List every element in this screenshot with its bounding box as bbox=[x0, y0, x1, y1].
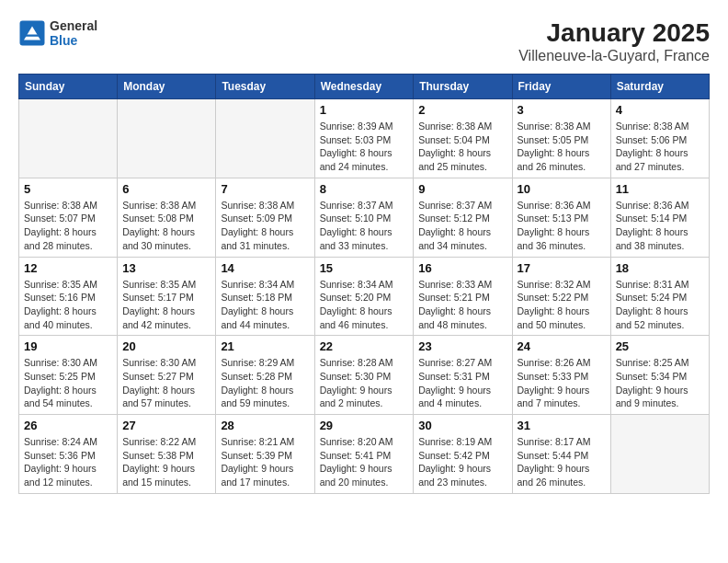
calendar-title: January 2025 bbox=[518, 18, 710, 48]
day-info: Sunrise: 8:37 AM Sunset: 5:12 PM Dayligh… bbox=[418, 199, 506, 253]
day-cell bbox=[118, 99, 216, 178]
day-cell: 22Sunrise: 8:28 AM Sunset: 5:30 PM Dayli… bbox=[314, 336, 414, 415]
day-cell: 2Sunrise: 8:38 AM Sunset: 5:04 PM Daylig… bbox=[414, 99, 512, 178]
day-info: Sunrise: 8:22 AM Sunset: 5:38 PM Dayligh… bbox=[122, 435, 210, 489]
calendar-header-row: SundayMondayTuesdayWednesdayThursdayFrid… bbox=[19, 75, 710, 99]
day-cell: 10Sunrise: 8:36 AM Sunset: 5:13 PM Dayli… bbox=[512, 178, 610, 257]
logo-general: General bbox=[50, 18, 97, 33]
day-cell: 25Sunrise: 8:25 AM Sunset: 5:34 PM Dayli… bbox=[610, 336, 709, 415]
day-number: 13 bbox=[122, 261, 210, 275]
day-number: 22 bbox=[320, 339, 409, 353]
calendar-table: SundayMondayTuesdayWednesdayThursdayFrid… bbox=[18, 74, 710, 494]
day-info: Sunrise: 8:37 AM Sunset: 5:10 PM Dayligh… bbox=[320, 199, 409, 253]
day-info: Sunrise: 8:29 AM Sunset: 5:28 PM Dayligh… bbox=[221, 356, 309, 410]
day-number: 3 bbox=[518, 103, 606, 117]
day-number: 10 bbox=[518, 182, 606, 196]
day-info: Sunrise: 8:38 AM Sunset: 5:08 PM Dayligh… bbox=[122, 199, 210, 253]
day-number: 28 bbox=[221, 419, 309, 432]
day-cell: 5Sunrise: 8:38 AM Sunset: 5:07 PM Daylig… bbox=[19, 178, 118, 257]
header-friday: Friday bbox=[512, 75, 610, 99]
header-wednesday: Wednesday bbox=[314, 75, 414, 99]
day-number: 7 bbox=[221, 182, 309, 196]
day-number: 29 bbox=[320, 419, 409, 432]
day-number: 4 bbox=[616, 103, 704, 117]
calendar-subtitle: Villeneuve-la-Guyard, France bbox=[518, 48, 710, 64]
day-cell bbox=[610, 415, 709, 494]
logo: General Blue bbox=[18, 18, 97, 48]
day-number: 18 bbox=[616, 261, 704, 275]
day-cell: 28Sunrise: 8:21 AM Sunset: 5:39 PM Dayli… bbox=[216, 415, 314, 494]
day-cell: 21Sunrise: 8:29 AM Sunset: 5:28 PM Dayli… bbox=[216, 336, 314, 415]
day-info: Sunrise: 8:28 AM Sunset: 5:30 PM Dayligh… bbox=[320, 356, 409, 410]
day-info: Sunrise: 8:17 AM Sunset: 5:44 PM Dayligh… bbox=[518, 435, 606, 489]
day-cell: 6Sunrise: 8:38 AM Sunset: 5:08 PM Daylig… bbox=[118, 178, 216, 257]
day-info: Sunrise: 8:32 AM Sunset: 5:22 PM Dayligh… bbox=[518, 278, 606, 332]
day-info: Sunrise: 8:38 AM Sunset: 5:06 PM Dayligh… bbox=[616, 120, 704, 174]
day-info: Sunrise: 8:31 AM Sunset: 5:24 PM Dayligh… bbox=[616, 278, 704, 332]
day-cell: 24Sunrise: 8:26 AM Sunset: 5:33 PM Dayli… bbox=[512, 336, 610, 415]
header-saturday: Saturday bbox=[610, 75, 709, 99]
day-cell: 4Sunrise: 8:38 AM Sunset: 5:06 PM Daylig… bbox=[610, 99, 709, 178]
day-number: 5 bbox=[24, 182, 112, 196]
day-cell: 16Sunrise: 8:33 AM Sunset: 5:21 PM Dayli… bbox=[414, 257, 512, 336]
day-cell: 20Sunrise: 8:30 AM Sunset: 5:27 PM Dayli… bbox=[118, 336, 216, 415]
day-number: 8 bbox=[320, 182, 409, 196]
day-number: 23 bbox=[418, 339, 506, 353]
day-cell: 30Sunrise: 8:19 AM Sunset: 5:42 PM Dayli… bbox=[414, 415, 512, 494]
day-number: 30 bbox=[418, 419, 506, 432]
header-thursday: Thursday bbox=[414, 75, 512, 99]
day-info: Sunrise: 8:27 AM Sunset: 5:31 PM Dayligh… bbox=[418, 356, 506, 410]
day-info: Sunrise: 8:34 AM Sunset: 5:20 PM Dayligh… bbox=[320, 278, 409, 332]
day-number: 15 bbox=[320, 261, 409, 275]
title-block: January 2025 Villeneuve-la-Guyard, Franc… bbox=[518, 18, 710, 64]
week-row-5: 26Sunrise: 8:24 AM Sunset: 5:36 PM Dayli… bbox=[19, 415, 710, 494]
day-number: 27 bbox=[122, 419, 210, 432]
week-row-3: 12Sunrise: 8:35 AM Sunset: 5:16 PM Dayli… bbox=[19, 257, 710, 336]
day-info: Sunrise: 8:38 AM Sunset: 5:04 PM Dayligh… bbox=[418, 120, 506, 174]
day-number: 9 bbox=[418, 182, 506, 196]
day-info: Sunrise: 8:25 AM Sunset: 5:34 PM Dayligh… bbox=[616, 356, 704, 410]
day-number: 1 bbox=[320, 103, 409, 117]
day-cell: 1Sunrise: 8:39 AM Sunset: 5:03 PM Daylig… bbox=[314, 99, 414, 178]
week-row-1: 1Sunrise: 8:39 AM Sunset: 5:03 PM Daylig… bbox=[19, 99, 710, 178]
day-info: Sunrise: 8:36 AM Sunset: 5:14 PM Dayligh… bbox=[616, 199, 704, 253]
day-info: Sunrise: 8:38 AM Sunset: 5:09 PM Dayligh… bbox=[221, 199, 309, 253]
day-cell: 17Sunrise: 8:32 AM Sunset: 5:22 PM Dayli… bbox=[512, 257, 610, 336]
day-info: Sunrise: 8:36 AM Sunset: 5:13 PM Dayligh… bbox=[518, 199, 606, 253]
day-number: 16 bbox=[418, 261, 506, 275]
day-info: Sunrise: 8:24 AM Sunset: 5:36 PM Dayligh… bbox=[24, 435, 112, 489]
day-cell bbox=[216, 99, 314, 178]
header-sunday: Sunday bbox=[19, 75, 118, 99]
day-cell: 8Sunrise: 8:37 AM Sunset: 5:10 PM Daylig… bbox=[314, 178, 414, 257]
day-number: 31 bbox=[518, 419, 606, 432]
day-cell: 12Sunrise: 8:35 AM Sunset: 5:16 PM Dayli… bbox=[19, 257, 118, 336]
page-header: General Blue January 2025 Villeneuve-la-… bbox=[18, 18, 710, 64]
header-tuesday: Tuesday bbox=[216, 75, 314, 99]
day-info: Sunrise: 8:39 AM Sunset: 5:03 PM Dayligh… bbox=[320, 120, 409, 174]
day-number: 24 bbox=[518, 339, 606, 353]
day-cell: 11Sunrise: 8:36 AM Sunset: 5:14 PM Dayli… bbox=[610, 178, 709, 257]
day-number: 19 bbox=[24, 339, 112, 353]
day-number: 26 bbox=[24, 419, 112, 432]
day-info: Sunrise: 8:30 AM Sunset: 5:27 PM Dayligh… bbox=[122, 356, 210, 410]
day-cell: 18Sunrise: 8:31 AM Sunset: 5:24 PM Dayli… bbox=[610, 257, 709, 336]
day-number: 25 bbox=[616, 339, 704, 353]
day-cell: 26Sunrise: 8:24 AM Sunset: 5:36 PM Dayli… bbox=[19, 415, 118, 494]
day-info: Sunrise: 8:35 AM Sunset: 5:17 PM Dayligh… bbox=[122, 278, 210, 332]
svg-rect-2 bbox=[24, 35, 40, 37]
day-info: Sunrise: 8:35 AM Sunset: 5:16 PM Dayligh… bbox=[24, 278, 112, 332]
day-number: 12 bbox=[24, 261, 112, 275]
day-number: 11 bbox=[616, 182, 704, 196]
day-info: Sunrise: 8:19 AM Sunset: 5:42 PM Dayligh… bbox=[418, 435, 506, 489]
day-info: Sunrise: 8:26 AM Sunset: 5:33 PM Dayligh… bbox=[518, 356, 606, 410]
day-cell: 7Sunrise: 8:38 AM Sunset: 5:09 PM Daylig… bbox=[216, 178, 314, 257]
day-cell: 27Sunrise: 8:22 AM Sunset: 5:38 PM Dayli… bbox=[118, 415, 216, 494]
logo-text: General Blue bbox=[50, 18, 97, 48]
day-cell bbox=[19, 99, 118, 178]
day-info: Sunrise: 8:38 AM Sunset: 5:05 PM Dayligh… bbox=[518, 120, 606, 174]
day-info: Sunrise: 8:33 AM Sunset: 5:21 PM Dayligh… bbox=[418, 278, 506, 332]
day-number: 2 bbox=[418, 103, 506, 117]
day-number: 6 bbox=[122, 182, 210, 196]
day-cell: 31Sunrise: 8:17 AM Sunset: 5:44 PM Dayli… bbox=[512, 415, 610, 494]
day-number: 21 bbox=[221, 339, 309, 353]
